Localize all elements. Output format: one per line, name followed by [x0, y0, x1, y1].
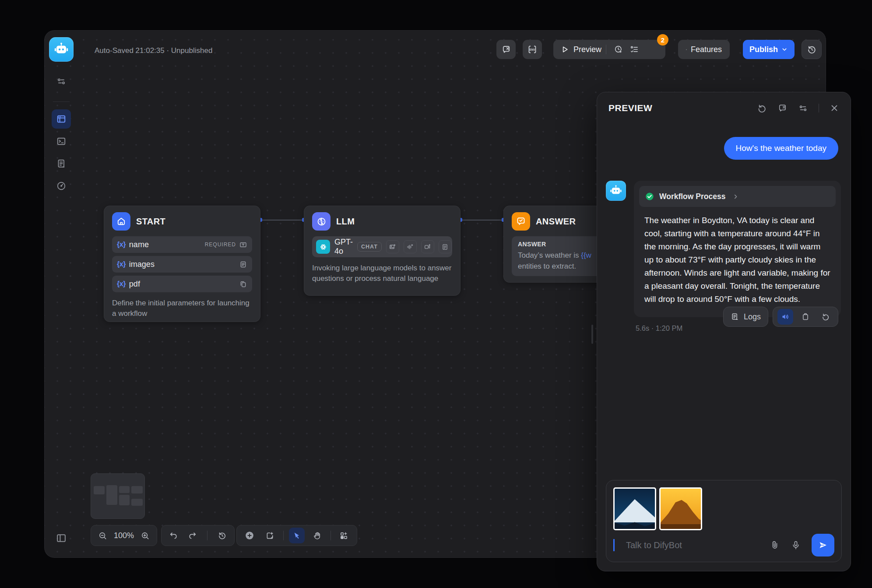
undo-icon[interactable] — [166, 528, 182, 543]
edge-start-llm — [260, 220, 304, 220]
edge-llm-answer — [461, 220, 504, 220]
autosave-status: Auto-Saved 21:02:35 · Unpublished — [95, 46, 212, 55]
chat-input[interactable] — [626, 540, 759, 550]
minimap[interactable] — [91, 473, 145, 519]
variable-token: {x} — [117, 241, 126, 248]
bot-message-row: Workflow Process The weather in Boydton,… — [606, 181, 841, 317]
features-button[interactable]: Features — [678, 40, 730, 59]
redo-icon[interactable] — [185, 528, 200, 543]
checklist-icon[interactable] — [626, 42, 642, 57]
checklist-count-badge: 2 — [657, 34, 668, 46]
user-message-bubble: How's the weather today — [724, 137, 838, 160]
panel-resize-handle[interactable] — [591, 325, 593, 344]
field-name: pdf — [129, 280, 140, 289]
node-description: Invoking large language models to answer… — [312, 263, 452, 284]
vision-capability-icon — [386, 240, 399, 253]
workflow-process-toggle[interactable]: Workflow Process — [639, 186, 836, 207]
document-capability-icon — [439, 240, 452, 253]
sidebar-item-orchestrate[interactable] — [52, 109, 71, 129]
preview-panel: PREVIEW How's the weather today — [597, 92, 851, 571]
change-history-icon[interactable] — [214, 528, 230, 543]
workflow-settings-icon[interactable] — [52, 72, 71, 91]
llm-brain-icon — [312, 212, 331, 231]
zoom-in-icon[interactable] — [137, 528, 152, 543]
node-start[interactable]: START {x} name REQUIRED {x} images {x} p — [104, 206, 260, 322]
publish-button[interactable]: Publish — [743, 40, 795, 59]
play-icon — [560, 45, 569, 54]
conversation-settings-icon[interactable] — [798, 103, 808, 113]
run-group: Preview — [553, 40, 665, 59]
model-selector[interactable]: GPT-4o CHAT — [312, 236, 452, 257]
organize-blocks-icon[interactable] — [336, 528, 352, 543]
audio-capability-icon — [404, 240, 417, 253]
sidebar — [45, 31, 78, 557]
mode-badge: CHAT — [357, 242, 382, 252]
bot-message-text: The weather in Boydton, VA today is clea… — [639, 207, 836, 308]
restart-conversation-icon[interactable] — [757, 103, 767, 113]
canvas-tools — [236, 525, 357, 546]
regenerate-icon[interactable] — [818, 309, 833, 325]
zoom-out-icon[interactable] — [95, 528, 110, 543]
version-history-button[interactable] — [802, 40, 822, 59]
field-name: name — [129, 240, 149, 249]
sidebar-item-monitoring[interactable] — [52, 176, 71, 196]
add-node-icon[interactable] — [242, 528, 257, 543]
text-input-icon — [239, 241, 247, 249]
sidebar-item-terminal[interactable] — [52, 132, 71, 151]
preview-title: PREVIEW — [608, 103, 652, 113]
zoom-level[interactable]: 100% — [110, 531, 137, 540]
close-icon[interactable] — [830, 103, 839, 113]
answer-bubble-check-icon — [512, 212, 530, 231]
logs-label: Logs — [744, 312, 761, 322]
paragraph-icon — [239, 260, 247, 269]
pointer-tool-icon[interactable] — [289, 528, 305, 543]
env-label-glyph: ENV — [529, 48, 535, 51]
hand-tool-icon[interactable] — [309, 528, 325, 543]
env-variables-button[interactable]: ENV — [523, 40, 542, 59]
chevron-right-icon — [732, 193, 739, 200]
attachment-image-mountain-sunset[interactable] — [659, 487, 702, 530]
app-logo-robot-icon[interactable] — [49, 37, 74, 62]
zoom-controls: 100% — [91, 525, 157, 546]
run-history-icon[interactable] — [611, 42, 626, 57]
collapse-panel-icon[interactable] — [52, 528, 71, 548]
sidebar-divider — [53, 102, 70, 102]
history-controls — [161, 525, 235, 546]
microphone-icon[interactable] — [791, 540, 801, 550]
preview-run-button[interactable]: Preview — [560, 45, 601, 54]
bot-message-bubble: Workflow Process The weather in Boydton,… — [634, 181, 841, 317]
variable-token: {x} — [117, 260, 126, 268]
node-description: Define the initial parameters for launch… — [112, 298, 252, 319]
video-capability-icon — [421, 240, 434, 253]
start-field-images[interactable]: {x} images — [112, 256, 252, 273]
conversation-checklist-icon[interactable] — [777, 103, 788, 113]
logs-icon — [731, 312, 739, 321]
success-check-icon — [645, 192, 654, 201]
message-actions: Logs — [723, 307, 838, 327]
copy-icon[interactable] — [798, 309, 813, 325]
sidebar-item-logs[interactable] — [52, 154, 71, 173]
attachment-image-mountain-night[interactable] — [613, 487, 656, 530]
node-title: ANSWER — [536, 217, 576, 227]
message-meta: 5.6s · 1:20 PM — [636, 324, 682, 332]
composer — [606, 480, 842, 562]
features-icon — [686, 45, 687, 54]
start-field-name[interactable]: {x} name REQUIRED — [112, 236, 252, 253]
attach-file-icon[interactable] — [770, 540, 780, 550]
logs-button[interactable]: Logs — [723, 307, 768, 327]
home-icon — [112, 212, 130, 231]
speaker-icon[interactable] — [777, 309, 793, 325]
send-button[interactable] — [812, 534, 834, 556]
node-llm[interactable]: LLM GPT-4o CHAT Invoking large language … — [304, 206, 461, 296]
add-note-icon[interactable] — [262, 528, 278, 543]
variable-token: {x} — [117, 280, 126, 288]
chat-area: How's the weather today Workflow Process… — [597, 124, 851, 571]
start-field-pdf[interactable]: {x} pdf — [112, 276, 252, 292]
node-title: START — [136, 217, 165, 227]
message-tools — [773, 307, 838, 327]
checklist-chat-button[interactable] — [496, 40, 516, 59]
preview-button-label: Preview — [573, 45, 601, 54]
files-icon — [239, 280, 247, 288]
text-caret — [613, 539, 615, 551]
bot-avatar — [606, 181, 626, 201]
